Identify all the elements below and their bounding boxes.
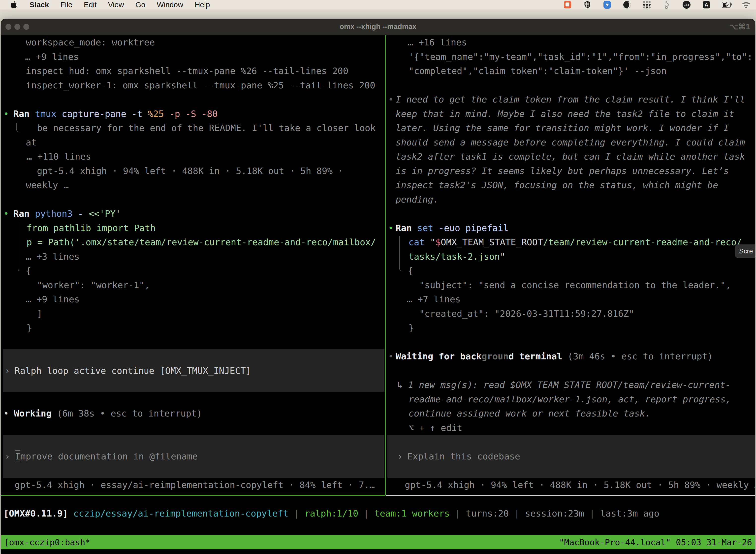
menu-item-window[interactable]: Window [151, 0, 189, 9]
tmux-host-clock-label: "MacBook-Pro-44.local" 05:03 31-Mar-26 [559, 537, 752, 547]
menu-bar: Slack File Edit View Go Window Help ..61… [0, 0, 756, 9]
terminal-content: workspace_mode: worktree… +9 linesinspec… [1, 35, 755, 554]
battery-charging-icon[interactable] [722, 0, 731, 9]
omx-status-line: [OMX#0.11.9] cczip/essay/ai-reimplementa… [1, 35, 755, 535]
terminal-window: omx --xhigh --madmax ⌥⌘1 workspace_mode:… [1, 19, 755, 554]
menu-item-edit[interactable]: Edit [78, 0, 103, 9]
moon-crescent-icon[interactable] [623, 0, 631, 9]
window-shortcut-label: ⌥⌘1 [729, 19, 750, 35]
tmux-status-bar: [omx-cczip0:bash* "MacBook-Pro-44.local"… [1, 535, 755, 549]
shield-icon[interactable] [583, 0, 592, 9]
hook-icon[interactable] [662, 0, 671, 9]
menu-item-view[interactable]: View [102, 0, 129, 9]
window-titlebar[interactable]: omx --xhigh --madmax ⌥⌘1 [1, 19, 755, 35]
window-title: omx --xhigh --madmax [1, 19, 755, 35]
apple-menu-icon[interactable] [10, 0, 17, 9]
menu-item-go[interactable]: Go [130, 0, 151, 9]
menu-item-help[interactable]: Help [189, 0, 216, 9]
menu-status-area: ..61 A [563, 0, 756, 9]
tmux-session-label: [omx-cczip0:bash* [4, 537, 90, 547]
menu-item-app[interactable]: Slack [24, 0, 55, 9]
timer-61-badge-icon[interactable]: ..61 [682, 0, 691, 9]
menu-item-file[interactable]: File [55, 0, 78, 9]
wifi-icon[interactable] [742, 0, 751, 9]
spark-bolt-icon[interactable] [603, 0, 612, 9]
terminal-line: [OMX#0.11.9] cczip/essay/ai-reimplementa… [3, 506, 659, 521]
input-source-a-icon[interactable]: A [702, 0, 711, 9]
chat-badge-icon[interactable] [563, 0, 572, 9]
grid-dots-icon[interactable] [642, 0, 651, 9]
tooltip: Scre [735, 244, 755, 258]
